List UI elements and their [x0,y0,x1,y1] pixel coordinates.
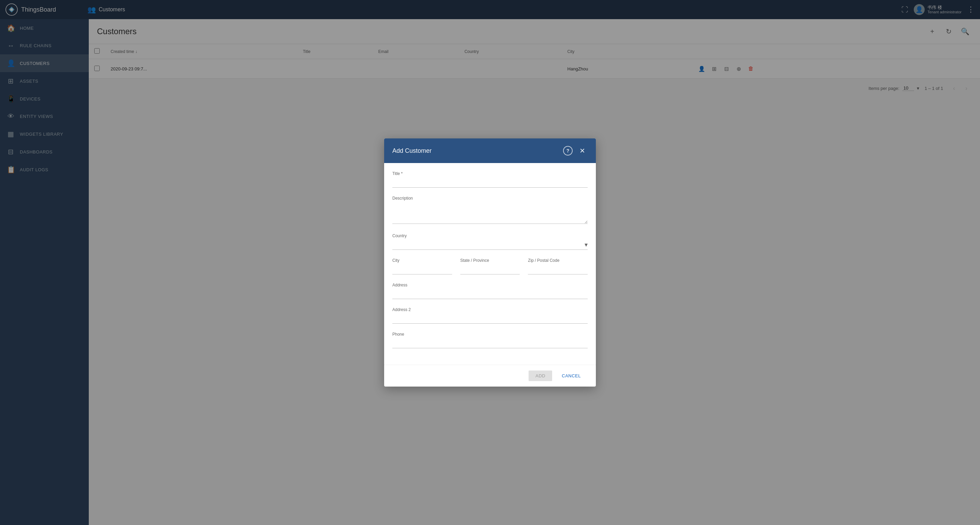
dialog-header: Add Customer ? ✕ [384,139,490,163]
dialog-body: Title * Description Country China United… [384,163,490,263]
city-field: City [392,258,452,263]
description-field: Description [392,196,490,225]
title-field: Title * [392,171,490,188]
city-label: City [392,258,452,263]
description-label: Description [392,196,490,201]
city-state-zip-row: City State / Province Zip / Postal Code [392,258,490,263]
modal-overlay: Add Customer ? ✕ Title * Description Cou… [0,0,490,263]
country-select[interactable]: China United States Germany [392,239,490,250]
title-input[interactable] [392,177,490,188]
title-label: Title * [392,171,490,176]
description-input[interactable] [392,202,490,224]
country-select-wrapper: China United States Germany ▾ [392,239,490,250]
state-field: State / Province [460,258,490,263]
country-field: Country China United States Germany ▾ [392,233,490,250]
state-label: State / Province [460,258,490,263]
add-customer-dialog: Add Customer ? ✕ Title * Description Cou… [384,139,490,263]
country-label: Country [392,233,490,238]
dialog-title: Add Customer [392,147,432,155]
